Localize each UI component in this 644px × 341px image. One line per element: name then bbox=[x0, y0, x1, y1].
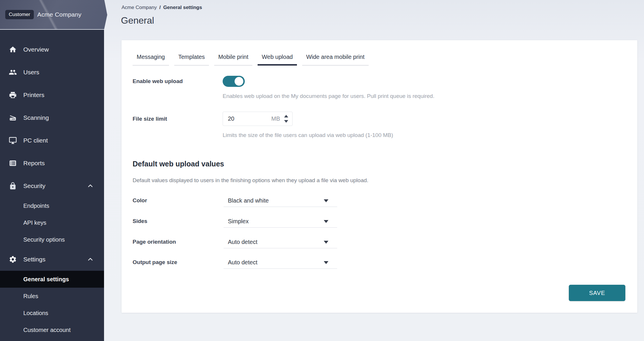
sidebar-item-general-settings[interactable]: General settings bbox=[0, 271, 104, 288]
sidebar-item-pc-client[interactable]: PC client bbox=[0, 129, 104, 152]
sidebar-item-scanning[interactable]: Scanning bbox=[0, 106, 104, 129]
stepper bbox=[284, 115, 288, 123]
sidebar-subitem-label: Security options bbox=[23, 236, 65, 243]
sidebar-subitem-label: Rules bbox=[23, 293, 38, 300]
sidebar-item-label: Reports bbox=[23, 160, 45, 167]
page-orientation-select[interactable]: Auto detect bbox=[224, 236, 337, 248]
scanner-icon bbox=[9, 114, 17, 122]
defaults-section-title: Default web upload values bbox=[133, 160, 224, 168]
sidebar-item-label: Scanning bbox=[23, 114, 49, 121]
sidebar-subitem-label: API keys bbox=[23, 219, 46, 226]
sidebar-nav: Overview Users Printers Scanning PC clie bbox=[0, 30, 104, 338]
tab-messaging[interactable]: Messaging bbox=[133, 50, 169, 66]
enable-web-upload-help: Enables web upload on the My documents p… bbox=[223, 93, 434, 100]
save-button[interactable]: SAVE bbox=[569, 285, 625, 301]
file-size-limit-value[interactable]: 20 bbox=[228, 115, 271, 122]
page-title: General bbox=[121, 15, 154, 26]
company-name: Acme Company bbox=[37, 11, 82, 18]
sidebar: Overview Users Printers Scanning PC clie bbox=[0, 0, 104, 341]
sidebar-item-overview[interactable]: Overview bbox=[0, 38, 104, 61]
sidebar-item-reports[interactable]: Reports bbox=[0, 152, 104, 175]
reports-icon bbox=[9, 159, 17, 167]
sidebar-subitem-label: Customer account bbox=[23, 327, 71, 333]
sidebar-item-label: PC client bbox=[23, 137, 48, 144]
tab-wide-area-mobile-print[interactable]: Wide area mobile print bbox=[302, 50, 369, 66]
customer-banner: Customer Acme Company bbox=[0, 0, 107, 30]
breadcrumb: Acme Company / General settings bbox=[122, 5, 202, 10]
sidebar-item-rules[interactable]: Rules bbox=[0, 288, 104, 305]
sidebar-item-label: Printers bbox=[23, 92, 44, 99]
sidebar-item-locations[interactable]: Locations bbox=[0, 305, 104, 321]
settings-card: Messaging Templates Mobile print Web upl… bbox=[122, 40, 637, 313]
output-page-size-select-value: Auto detect bbox=[228, 259, 324, 266]
page-orientation-label: Page orientation bbox=[133, 236, 176, 248]
sidebar-item-label: Security bbox=[23, 182, 45, 189]
chevron-up-icon[interactable] bbox=[87, 183, 94, 189]
file-size-limit-label: File size limit bbox=[133, 112, 167, 126]
customer-type-badge: Customer bbox=[5, 10, 34, 19]
sidebar-subitem-label: General settings bbox=[23, 276, 69, 283]
dropdown-caret-icon bbox=[324, 220, 328, 223]
breadcrumb-current: General settings bbox=[163, 5, 202, 10]
color-select-value: Black and white bbox=[228, 197, 324, 204]
sidebar-item-api-keys[interactable]: API keys bbox=[0, 214, 104, 231]
dropdown-caret-icon bbox=[324, 241, 328, 244]
home-icon bbox=[9, 45, 17, 54]
tab-templates[interactable]: Templates bbox=[174, 50, 209, 66]
sidebar-subitem-label: Endpoints bbox=[23, 203, 49, 209]
sidebar-item-customer-account[interactable]: Customer account bbox=[0, 321, 104, 338]
tab-bar: Messaging Templates Mobile print Web upl… bbox=[133, 50, 374, 66]
users-icon bbox=[9, 68, 17, 76]
sidebar-subitem-label: Locations bbox=[23, 310, 48, 317]
file-size-limit-unit: MB bbox=[271, 115, 280, 122]
sides-select-value: Simplex bbox=[228, 218, 324, 225]
gear-icon bbox=[9, 255, 17, 263]
enable-web-upload-label: Enable web upload bbox=[133, 76, 183, 87]
page-orientation-select-value: Auto detect bbox=[228, 239, 324, 245]
sides-label: Sides bbox=[133, 215, 147, 227]
sidebar-item-label: Overview bbox=[23, 46, 49, 53]
color-select[interactable]: Black and white bbox=[224, 195, 337, 207]
main-area: Acme Company / General settings General … bbox=[104, 0, 644, 341]
file-size-limit-field[interactable]: 20 MB bbox=[223, 112, 293, 126]
tab-web-upload[interactable]: Web upload bbox=[258, 50, 297, 66]
breadcrumb-parent-link[interactable]: Acme Company bbox=[122, 5, 157, 10]
lock-icon bbox=[9, 182, 17, 190]
stepper-down-icon[interactable] bbox=[284, 120, 288, 123]
sidebar-item-settings[interactable]: Settings bbox=[0, 248, 104, 271]
dropdown-caret-icon bbox=[324, 199, 328, 202]
chevron-up-icon[interactable] bbox=[87, 256, 94, 263]
dropdown-caret-icon bbox=[324, 261, 328, 264]
sidebar-item-label: Settings bbox=[23, 256, 45, 263]
sidebar-item-users[interactable]: Users bbox=[0, 61, 104, 84]
sidebar-item-security[interactable]: Security bbox=[0, 175, 104, 197]
sides-select[interactable]: Simplex bbox=[224, 215, 337, 228]
file-size-limit-help: Limits the size of the file users can up… bbox=[223, 132, 393, 139]
printer-icon bbox=[9, 91, 17, 99]
sidebar-item-endpoints[interactable]: Endpoints bbox=[0, 197, 104, 214]
breadcrumb-separator: / bbox=[159, 5, 161, 10]
defaults-section-description: Default values displayed to users in the… bbox=[133, 177, 368, 184]
enable-web-upload-toggle[interactable] bbox=[223, 76, 245, 87]
toggle-knob bbox=[235, 77, 243, 86]
sidebar-item-printers[interactable]: Printers bbox=[0, 84, 104, 106]
output-page-size-select[interactable]: Auto detect bbox=[224, 256, 337, 269]
output-page-size-label: Output page size bbox=[133, 256, 177, 268]
stepper-up-icon[interactable] bbox=[284, 115, 288, 117]
sidebar-item-security-options[interactable]: Security options bbox=[0, 231, 104, 248]
sidebar-item-label: Users bbox=[23, 69, 39, 76]
tab-mobile-print[interactable]: Mobile print bbox=[214, 50, 252, 66]
monitor-icon bbox=[9, 136, 17, 145]
color-label: Color bbox=[133, 195, 147, 206]
